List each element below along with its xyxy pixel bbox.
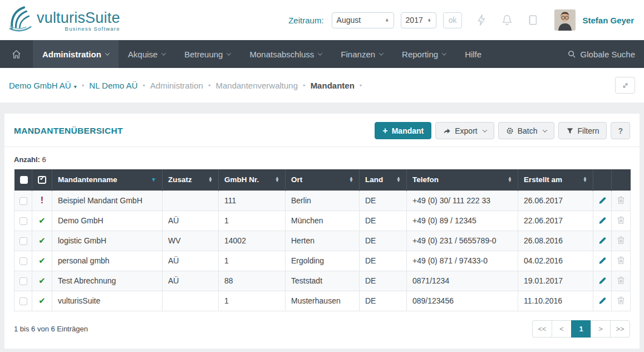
- page-next-button[interactable]: >: [591, 320, 611, 338]
- delete-button[interactable]: [616, 195, 626, 206]
- cell-gmbh-nr: 14002: [219, 231, 286, 251]
- pagination: << < 1 > >>: [532, 320, 630, 338]
- check-icon: ✔: [38, 216, 46, 225]
- breadcrumb-item-administration[interactable]: Administration: [150, 81, 203, 90]
- lightning-icon[interactable]: [475, 14, 488, 26]
- home-button[interactable]: [0, 40, 33, 68]
- cell-ort: Musterhausen: [286, 291, 360, 311]
- edit-button[interactable]: [597, 195, 608, 206]
- gear-icon: [506, 127, 514, 135]
- zeitraum-ok-button[interactable]: ok: [443, 12, 463, 28]
- help-button[interactable]: ?: [611, 122, 630, 139]
- delete-button[interactable]: [616, 215, 626, 226]
- select-all-header[interactable]: [14, 169, 32, 190]
- cell-mandantenname: Test Abrechnung: [52, 271, 163, 291]
- bell-icon[interactable]: [501, 14, 513, 26]
- cell-erstellt-am: 22.06.2017: [518, 211, 593, 231]
- chevron-down-icon: [227, 51, 231, 55]
- row-checkbox[interactable]: [19, 277, 27, 285]
- expand-button[interactable]: [615, 77, 635, 94]
- month-select[interactable]: August ▲▼: [332, 12, 394, 28]
- edit-button[interactable]: [597, 235, 608, 246]
- cell-mandantenname: vulturisSuite: [52, 291, 163, 311]
- nav-item-reporting[interactable]: Reporting: [392, 40, 455, 68]
- row-checkbox[interactable]: [19, 297, 27, 305]
- chevron-down-icon: [542, 128, 547, 132]
- year-select[interactable]: 2017 ▲▼: [401, 12, 436, 28]
- breadcrumb-item-mandantenverwaltung[interactable]: Mandantenverwaltung: [215, 81, 298, 90]
- cell-erstellt-am: 19.01.2017: [518, 271, 593, 291]
- status-column-header[interactable]: ✔: [32, 169, 52, 190]
- column-header-land[interactable]: Land▲▼: [360, 169, 407, 190]
- count-row: Anzahl: 6: [4, 147, 640, 169]
- row-checkbox[interactable]: [19, 197, 27, 205]
- global-search[interactable]: Globale Suche: [559, 40, 644, 68]
- table-body: ! Beispiel Mandant GmbH 111 Berlin DE +4…: [14, 190, 631, 311]
- row-select-cell: [14, 231, 32, 251]
- nav-item-betreuung[interactable]: Betreuung: [175, 40, 240, 68]
- cell-land: DE: [360, 251, 407, 271]
- column-header-telefon[interactable]: Telefon▲▼: [407, 169, 518, 190]
- breadcrumb-item-nl-demo[interactable]: NL Demo AÜ: [89, 81, 137, 90]
- cell-telefon: 0871/1234: [407, 271, 518, 291]
- cell-erstellt-am: 04.02.2016: [518, 251, 593, 271]
- row-checkbox[interactable]: [19, 257, 27, 265]
- filter-button[interactable]: Filtern: [558, 122, 607, 139]
- top-header: vulturisSuite Business Software Zeitraum…: [0, 0, 644, 40]
- nav-item-administration[interactable]: Administration: [33, 40, 119, 68]
- column-header-erstellt-am[interactable]: Erstellt am▲▼: [518, 169, 593, 190]
- edit-button[interactable]: [597, 275, 608, 286]
- edit-button[interactable]: [597, 215, 608, 226]
- trash-icon: [617, 236, 625, 245]
- sort-desc-icon: ▼: [151, 177, 156, 183]
- export-button[interactable]: Export: [435, 122, 494, 139]
- cell-erstellt-am: 26.08.2016: [518, 231, 593, 251]
- notebook-icon[interactable]: [527, 14, 539, 26]
- delete-button[interactable]: [616, 235, 626, 246]
- chevron-down-icon: [442, 51, 446, 55]
- user-avatar[interactable]: [554, 9, 576, 31]
- chevron-down-icon: [161, 51, 166, 55]
- page-first-button[interactable]: <<: [532, 320, 552, 338]
- select-all-checkbox[interactable]: [20, 176, 28, 184]
- cell-gmbh-nr: 111: [219, 190, 286, 211]
- search-icon: [568, 50, 576, 58]
- logo-swan-icon: [7, 5, 36, 34]
- row-checkbox[interactable]: [19, 217, 27, 225]
- cell-gmbh-nr: 88: [219, 271, 286, 291]
- cell-land: DE: [360, 190, 407, 211]
- user-name[interactable]: Stefan Geyer: [582, 16, 634, 25]
- delete-button[interactable]: [616, 255, 626, 266]
- column-header-gmbh-nr[interactable]: GmbH Nr.▲▼: [219, 169, 286, 190]
- logo-subtitle: Business Software: [65, 26, 120, 32]
- nav-item-hilfe[interactable]: Hilfe: [455, 40, 491, 68]
- breadcrumb-separator: •: [82, 81, 85, 90]
- column-header-mandantenname[interactable]: Mandantenname▼: [52, 169, 163, 190]
- stepper-icon: ▲▼: [427, 18, 431, 22]
- page-1-button[interactable]: 1: [571, 320, 591, 338]
- nav-item-akquise[interactable]: Akquise: [119, 40, 175, 68]
- page-last-button[interactable]: >>: [610, 320, 630, 338]
- cell-land: DE: [360, 211, 407, 231]
- breadcrumb-item-demo-gmbh[interactable]: Demo GmbH AÜ▾: [9, 81, 77, 90]
- pencil-icon: [598, 216, 607, 224]
- cell-ort: Berlin: [286, 190, 360, 211]
- cell-land: DE: [360, 231, 407, 251]
- trash-icon: [617, 196, 625, 204]
- delete-button[interactable]: [616, 295, 626, 306]
- page-prev-button[interactable]: <: [552, 320, 572, 338]
- cell-mandantenname: Demo GmbH: [52, 211, 163, 231]
- column-header-ort[interactable]: Ort▲▼: [286, 169, 360, 190]
- row-checkbox[interactable]: [19, 237, 27, 245]
- app-logo[interactable]: vulturisSuite Business Software: [7, 5, 120, 35]
- edit-button[interactable]: [597, 255, 608, 266]
- batch-button[interactable]: Batch: [498, 122, 554, 139]
- row-status-cell: ✔: [32, 251, 52, 271]
- delete-button[interactable]: [616, 275, 626, 286]
- edit-button[interactable]: [597, 295, 608, 306]
- column-header-zusatz[interactable]: Zusatz▲▼: [163, 169, 219, 190]
- nav-item-finanzen[interactable]: Finanzen: [331, 40, 392, 68]
- add-mandant-button[interactable]: + Mandant: [375, 122, 431, 139]
- nav-item-monatsabschluss[interactable]: Monatsabschluss: [240, 40, 331, 68]
- row-status-cell: ✔: [32, 271, 52, 291]
